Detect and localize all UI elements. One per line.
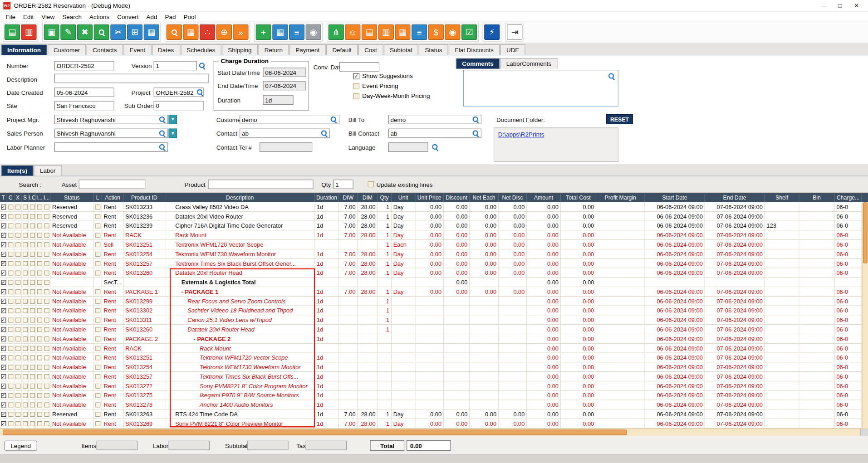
row-checkbox[interactable]	[23, 393, 28, 398]
row-checkbox[interactable]	[95, 214, 100, 219]
row-checkbox[interactable]	[29, 421, 34, 426]
row-checkbox[interactable]: ✓	[1, 233, 6, 238]
more-options-icon[interactable]: »	[233, 24, 248, 40]
row-checkbox[interactable]	[23, 233, 28, 238]
update-existing-lines-checkbox[interactable]	[368, 181, 373, 187]
column-header-diw[interactable]: DIW	[339, 193, 358, 202]
tab-comments[interactable]: Comments	[456, 58, 500, 68]
qty-input[interactable]: 1	[333, 180, 353, 189]
row-checkbox[interactable]	[8, 280, 13, 285]
conv-date-field[interactable]	[339, 62, 379, 72]
row-checkbox[interactable]	[44, 393, 49, 398]
table-row[interactable]: ✓ReservedRentSK013239Cipher 716A Digital…	[0, 221, 868, 231]
row-checkbox[interactable]	[37, 223, 42, 228]
print-icon[interactable]: ▥	[21, 24, 36, 40]
row-checkbox[interactable]	[95, 233, 100, 238]
row-checkbox[interactable]: ✓	[1, 204, 6, 209]
row-checkbox[interactable]	[95, 204, 100, 209]
tab-subtotal[interactable]: Subtotal	[383, 44, 418, 55]
language-field[interactable]	[388, 142, 428, 152]
row-checkbox[interactable]	[15, 365, 20, 370]
column-header-unit-price[interactable]: Unit Price	[416, 193, 444, 202]
column-header-duration[interactable]: Duration	[315, 193, 339, 202]
row-checkbox[interactable]	[15, 317, 20, 322]
row-checkbox[interactable]	[8, 336, 13, 341]
tab-default[interactable]: Default	[326, 44, 358, 55]
row-checkbox[interactable]	[23, 346, 28, 351]
row-checkbox[interactable]	[37, 402, 42, 407]
row-checkbox[interactable]	[44, 365, 49, 370]
row-checkbox[interactable]	[8, 242, 13, 247]
table-row[interactable]: ✓Not AvailableRentSK013257Tektronix Time…	[0, 372, 868, 381]
row-checkbox[interactable]	[37, 233, 42, 238]
table-row[interactable]: ✓Not AvailableRentSK013278Anchor 1400 Au…	[0, 400, 868, 410]
table-row[interactable]: ✓Not AvailableRentRACKRack Mount1d7.0028…	[0, 231, 868, 240]
row-checkbox[interactable]	[23, 280, 28, 285]
row-checkbox[interactable]	[44, 223, 49, 228]
row-checkbox[interactable]: ✓	[1, 270, 6, 275]
table-row[interactable]: ✓Not AvailableRentSK013275Ikegami P970 9…	[0, 391, 868, 400]
row-checkbox[interactable]: ✓	[1, 336, 6, 341]
table-row[interactable]: ✓ReservedRentSK013233Grass Valley 8502 V…	[0, 202, 868, 212]
row-checkbox[interactable]	[95, 346, 100, 351]
row-checkbox[interactable]	[8, 346, 13, 351]
duration-field[interactable]: 1d	[263, 95, 293, 105]
row-checkbox[interactable]	[23, 308, 28, 313]
column-header-amount[interactable]: Amount	[527, 193, 561, 202]
search-comments-icon[interactable]: ≡	[412, 24, 427, 40]
labor-planner-search-icon[interactable]	[159, 144, 166, 151]
row-checkbox[interactable]	[37, 204, 42, 209]
row-checkbox[interactable]: ✓	[1, 261, 6, 266]
row-checkbox[interactable]	[15, 298, 20, 303]
row-checkbox[interactable]	[8, 308, 13, 313]
row-checkbox[interactable]	[23, 412, 28, 417]
sales-person-field[interactable]: Shivesh Raghuvanshi	[54, 129, 168, 138]
row-checkbox[interactable]: ✓	[1, 412, 6, 417]
option-day-week-month-pricing[interactable]: Day-Week-Month Pricing	[353, 92, 430, 100]
column-header-dim[interactable]: DIM	[358, 193, 378, 202]
menu-edit[interactable]: Edit	[19, 13, 37, 20]
row-checkbox[interactable]	[44, 204, 49, 209]
vertical-scrollbar[interactable]	[862, 202, 868, 429]
row-checkbox[interactable]: ✓	[1, 223, 6, 228]
column-header-bin[interactable]: Bin	[799, 193, 834, 202]
row-checkbox[interactable]	[95, 289, 100, 294]
exit-icon[interactable]: ⇥	[507, 24, 522, 40]
table-row[interactable]: ✓Not AvailableRentSK013254Tektronix WFM1…	[0, 362, 868, 372]
row-checkbox[interactable]: ✓	[1, 327, 6, 332]
row-checkbox[interactable]	[29, 355, 34, 360]
contact-tel-field[interactable]	[260, 142, 312, 152]
schedule-icon[interactable]: ▦	[395, 24, 410, 40]
row-checkbox[interactable]	[95, 402, 100, 407]
row-checkbox[interactable]	[29, 242, 34, 247]
sub-orders-field[interactable]: 0	[154, 101, 204, 110]
row-checkbox[interactable]	[37, 251, 42, 256]
column-header-status[interactable]: Status	[50, 193, 93, 202]
photo-icon[interactable]: ◉	[445, 24, 460, 40]
table-row[interactable]: ✓Not AvailableRentSK013302Sachtler Videe…	[0, 306, 868, 316]
row-checkbox[interactable]	[8, 402, 13, 407]
row-checkbox[interactable]: ✓	[1, 374, 6, 379]
customer-field[interactable]: demo	[240, 115, 339, 124]
row-checkbox[interactable]	[23, 204, 28, 209]
row-checkbox[interactable]	[95, 223, 100, 228]
row-checkbox[interactable]: ✓	[1, 317, 6, 322]
row-checkbox[interactable]	[15, 261, 20, 266]
table-row[interactable]: ✓Not AvailableRentSK013254Tektronix WFM1…	[0, 249, 868, 259]
row-checkbox[interactable]	[23, 242, 28, 247]
option-event-pricing[interactable]: Event Pricing	[353, 82, 430, 90]
row-checkbox[interactable]	[95, 355, 100, 360]
row-checkbox[interactable]	[29, 365, 34, 370]
row-checkbox[interactable]	[44, 346, 49, 351]
tab-return[interactable]: Return	[258, 44, 289, 55]
row-checkbox[interactable]	[29, 383, 34, 388]
table-row[interactable]: ✓Not AvailableRentPACKAGE 1- PACKAGE 11d…	[0, 287, 868, 297]
row-checkbox[interactable]	[23, 298, 28, 303]
version-field[interactable]: 1	[154, 61, 197, 70]
memo-icon[interactable]: ▥	[378, 24, 394, 40]
row-checkbox[interactable]	[29, 223, 34, 228]
paste-icon[interactable]: ▦	[144, 24, 159, 40]
row-checkbox[interactable]	[29, 289, 34, 294]
table-row[interactable]: ✓Not AvailableRentSK013269Sony PVM 8221 …	[0, 419, 868, 429]
row-checkbox[interactable]	[8, 374, 13, 379]
